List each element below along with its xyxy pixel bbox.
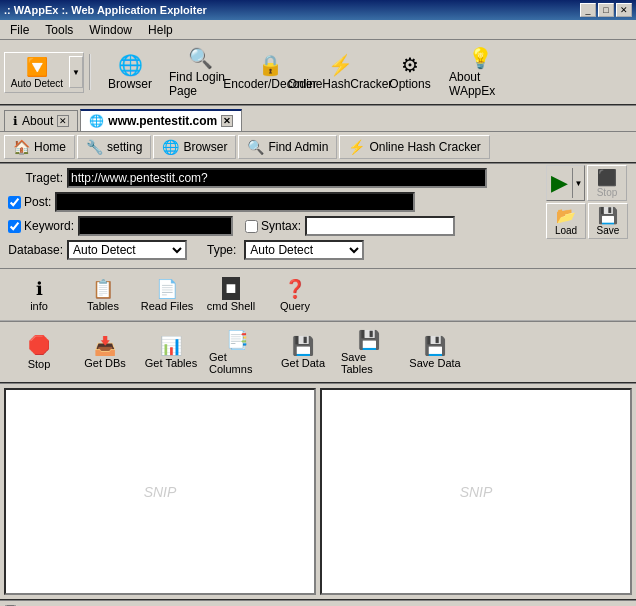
- get-tables-button[interactable]: 📊 Get Tables: [140, 332, 202, 372]
- about-wappex-button[interactable]: 💡 About WAppEx: [446, 43, 514, 101]
- tables-button[interactable]: 📋 Tables: [72, 274, 134, 316]
- post-checkbox[interactable]: [8, 196, 21, 209]
- online-hash-icon: ⚡: [328, 53, 353, 77]
- query-button[interactable]: ❓ Query: [264, 274, 326, 316]
- stop-side-icon: ⬛: [597, 168, 617, 187]
- stop-side-label: Stop: [597, 187, 618, 198]
- setting-icon: 🔧: [86, 139, 103, 155]
- read-files-label: Read Files: [141, 300, 194, 312]
- load-button[interactable]: 📂 Load: [546, 203, 586, 239]
- options-button[interactable]: ⚙ Options: [376, 50, 444, 94]
- navbar: 🏠 Home 🔧 setting 🌐 Browser 🔍 Find Admin …: [0, 132, 636, 164]
- find-login-icon: 🔍: [188, 46, 213, 70]
- target-input[interactable]: [67, 168, 487, 188]
- browser-toolbar-button[interactable]: 🌐 Browser: [96, 50, 164, 94]
- cmd-shell-button[interactable]: ■ cmd Shell: [200, 273, 262, 316]
- titlebar: .: WAppEx :. Web Application Exploiter _…: [0, 0, 636, 20]
- keyword-row: Keyword: Syntax:: [8, 216, 628, 236]
- actions-row2: 🛑 Stop 📥 Get DBs 📊 Get Tables 📑 Get Colu…: [0, 321, 636, 384]
- about-tab-close[interactable]: ✕: [57, 115, 69, 127]
- find-admin-nav-label: Find Admin: [268, 140, 328, 154]
- get-columns-button[interactable]: 📑 Get Columns: [206, 326, 268, 378]
- info-label: info: [30, 300, 48, 312]
- post-checkbox-label[interactable]: Post:: [8, 195, 51, 209]
- stop-button[interactable]: 🛑 Stop: [8, 331, 70, 373]
- keyword-label: Keyword:: [24, 219, 74, 233]
- left-panel[interactable]: SNIP: [4, 388, 316, 595]
- menu-file[interactable]: File: [2, 21, 37, 39]
- save-data-button[interactable]: 💾 Save Data: [404, 332, 466, 372]
- auto-detect-label: Auto Detect: [11, 78, 63, 89]
- get-dbs-label: Get DBs: [84, 357, 126, 369]
- about-tab-icon: ℹ: [13, 114, 18, 128]
- online-hash-button[interactable]: ⚡ OnlineHashCracker: [306, 50, 374, 94]
- maximize-button[interactable]: □: [598, 3, 614, 17]
- menubar: File Tools Window Help: [0, 20, 636, 40]
- tab-about[interactable]: ℹ About ✕: [4, 110, 78, 131]
- auto-detect-dropdown[interactable]: ▼: [69, 56, 83, 88]
- read-files-icon: 📄: [156, 278, 178, 300]
- type-select[interactable]: Auto Detect Error Based Blind: [244, 240, 364, 260]
- home-icon: 🏠: [13, 139, 30, 155]
- get-data-label: Get Data: [281, 357, 325, 369]
- browser-nav-icon: 🌐: [162, 139, 179, 155]
- menu-help[interactable]: Help: [140, 21, 181, 39]
- save-button[interactable]: 💾 Save: [588, 203, 628, 239]
- keyword-input[interactable]: [78, 216, 233, 236]
- get-dbs-button[interactable]: 📥 Get DBs: [74, 332, 136, 372]
- read-files-button[interactable]: 📄 Read Files: [136, 274, 198, 316]
- minimize-button[interactable]: _: [580, 3, 596, 17]
- hash-cracker-nav-label: Online Hash Cracker: [369, 140, 480, 154]
- browser-nav-button[interactable]: 🌐 Browser: [153, 135, 236, 159]
- query-label: Query: [280, 300, 310, 312]
- cmd-shell-label: cmd Shell: [207, 300, 255, 312]
- home-nav-button[interactable]: 🏠 Home: [4, 135, 75, 159]
- get-data-icon: 💾: [292, 335, 314, 357]
- syntax-checkbox-label[interactable]: Syntax:: [245, 219, 301, 233]
- auto-detect-button[interactable]: 🔽 Auto Detect: [5, 53, 69, 92]
- syntax-label: Syntax:: [261, 219, 301, 233]
- keyword-checkbox-label[interactable]: Keyword:: [8, 219, 74, 233]
- right-panel[interactable]: SNIP: [320, 388, 632, 595]
- get-columns-icon: 📑: [226, 329, 248, 351]
- menu-window[interactable]: Window: [81, 21, 140, 39]
- actions-row1: ℹ info 📋 Tables 📄 Read Files ■ cmd Shell…: [0, 269, 636, 321]
- get-data-button[interactable]: 💾 Get Data: [272, 332, 334, 372]
- start-dropdown[interactable]: ▼: [572, 168, 584, 198]
- stop-label: Stop: [28, 358, 51, 370]
- info-button[interactable]: ℹ info: [8, 274, 70, 316]
- post-input[interactable]: [55, 192, 415, 212]
- toolbar-sep-1: [89, 54, 91, 90]
- post-label: Post:: [24, 195, 51, 209]
- find-admin-nav-button[interactable]: 🔍 Find Admin: [238, 135, 337, 159]
- syntax-checkbox[interactable]: [245, 220, 258, 233]
- start-button[interactable]: ▶ ▼: [546, 165, 585, 201]
- save-label: Save: [597, 225, 620, 236]
- titlebar-title: .: WAppEx :. Web Application Exploiter: [4, 4, 207, 16]
- pentestit-tab-close[interactable]: ✕: [221, 115, 233, 127]
- about-tab-label: About: [22, 114, 53, 128]
- about-wappex-label: About WAppEx: [449, 70, 511, 98]
- stop-side-button[interactable]: ⬛ Stop: [587, 165, 627, 201]
- syntax-input[interactable]: [305, 216, 455, 236]
- cmd-shell-icon: ■: [222, 277, 241, 300]
- hash-cracker-nav-button[interactable]: ⚡ Online Hash Cracker: [339, 135, 489, 159]
- tab-pentestit[interactable]: 🌐 www.pentestit.com ✕: [80, 109, 242, 131]
- find-admin-icon: 🔍: [247, 139, 264, 155]
- setting-nav-button[interactable]: 🔧 setting: [77, 135, 151, 159]
- keyword-checkbox[interactable]: [8, 220, 21, 233]
- database-select[interactable]: Auto Detect MySQL MSSQL Oracle: [67, 240, 187, 260]
- start-icon: ▶: [547, 170, 572, 196]
- find-login-button[interactable]: 🔍 Find Login Page: [166, 43, 234, 101]
- statusbar: Use Group_Concat (MySql only): [0, 599, 636, 606]
- close-button[interactable]: ✕: [616, 3, 632, 17]
- type-label: Type:: [207, 243, 236, 257]
- target-row: Traget: ▶ ▼ ⬛ Stop 📂 Load 💾: [8, 168, 628, 188]
- menu-tools[interactable]: Tools: [37, 21, 81, 39]
- titlebar-controls[interactable]: _ □ ✕: [580, 3, 632, 17]
- load-label: Load: [555, 225, 577, 236]
- pentestit-tab-label: www.pentestit.com: [108, 114, 217, 128]
- post-row: Post:: [8, 192, 628, 212]
- save-tables-button[interactable]: 💾 Save Tables: [338, 326, 400, 378]
- encoder-decoder-icon: 🔒: [258, 53, 283, 77]
